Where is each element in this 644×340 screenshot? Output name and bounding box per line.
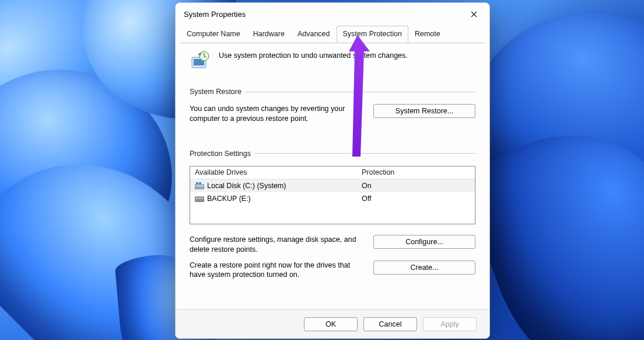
system-properties-dialog: System Properties Computer Name Hardware…	[175, 2, 490, 339]
close-button[interactable]	[461, 5, 486, 23]
create-button[interactable]: Create...	[373, 261, 475, 275]
drive-name: BACKUP (E:)	[207, 195, 251, 203]
window-title: System Properties	[184, 10, 246, 19]
titlebar[interactable]: System Properties	[176, 3, 489, 25]
column-available-drives[interactable]: Available Drives	[190, 168, 359, 176]
svg-rect-7	[196, 182, 198, 184]
tab-strip: Computer Name Hardware Advanced System P…	[176, 25, 489, 43]
tab-hardware[interactable]: Hardware	[247, 26, 291, 43]
tab-computer-name[interactable]: Computer Name	[180, 26, 247, 43]
tab-remote[interactable]: Remote	[408, 26, 447, 43]
svg-rect-10	[195, 197, 204, 199]
close-icon	[471, 11, 477, 18]
configure-desc: Configure restore settings, manage disk …	[190, 235, 363, 255]
intro-text: Use system protection to undo unwanted s…	[219, 50, 408, 60]
configure-button[interactable]: Configure...	[373, 235, 475, 249]
ok-button[interactable]: OK	[304, 317, 358, 331]
column-protection[interactable]: Protection	[359, 168, 475, 176]
svg-point-6	[196, 187, 197, 188]
drive-row[interactable]: Local Disk (C:) (System) On	[190, 179, 475, 192]
drive-system-icon	[195, 182, 204, 189]
drives-list[interactable]: Available Drives Protection Local Disk (…	[190, 166, 475, 224]
tab-system-protection[interactable]: System Protection	[337, 26, 408, 43]
svg-point-11	[196, 199, 197, 200]
group-protection-settings-title: Protection Settings	[190, 150, 475, 158]
dialog-footer: OK Cancel Apply	[176, 309, 489, 338]
apply-button[interactable]: Apply	[423, 317, 477, 331]
tab-content: Use system protection to undo unwanted s…	[176, 43, 489, 309]
drive-row[interactable]: BACKUP (E:) Off	[190, 192, 475, 205]
cancel-button[interactable]: Cancel	[363, 317, 417, 331]
create-desc: Create a restore point right now for the…	[190, 261, 363, 280]
drive-protection-status: Off	[359, 195, 475, 203]
drive-protection-status: On	[359, 182, 475, 190]
svg-rect-8	[199, 182, 201, 184]
svg-rect-5	[195, 185, 204, 186]
system-restore-desc: You can undo system changes by reverting…	[190, 104, 363, 124]
system-restore-button[interactable]: System Restore...	[373, 104, 475, 118]
group-system-restore-title: System Restore	[190, 88, 475, 96]
system-protection-icon	[190, 50, 211, 71]
protection-settings-label: Protection Settings	[190, 150, 251, 158]
drive-name: Local Disk (C:) (System)	[207, 182, 286, 190]
drive-icon	[195, 195, 204, 202]
tab-advanced[interactable]: Advanced	[291, 26, 337, 43]
system-restore-label: System Restore	[190, 88, 242, 96]
